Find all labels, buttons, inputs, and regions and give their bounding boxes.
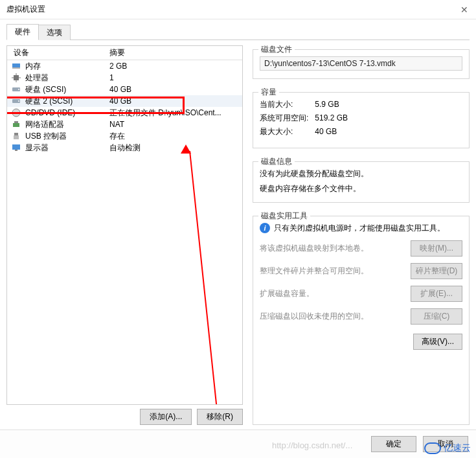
usb-icon bbox=[7, 131, 25, 141]
svg-rect-2 bbox=[14, 75, 19, 80]
list-row-network[interactable]: 网络适配器 NAT bbox=[7, 119, 242, 130]
cap-current-value: 5.9 GB bbox=[315, 100, 339, 109]
row-summary: NAT bbox=[107, 120, 242, 129]
add-button[interactable]: 添加(A)... bbox=[140, 409, 192, 425]
disk-file-input[interactable]: D:\yun\centos7-13\CentOS 7-13.vmdk bbox=[260, 56, 462, 71]
svg-point-12 bbox=[16, 112, 17, 114]
list-row-display[interactable]: 显示器 自动检测 bbox=[7, 142, 242, 154]
group-title-disk-info: 磁盘信息 bbox=[258, 156, 295, 167]
map-button[interactable]: 映射(M)... bbox=[411, 240, 462, 257]
group-capacity: 容量 当前大小: 5.9 GB 系统可用空间: 519.2 GB 最大大小: 4… bbox=[253, 92, 470, 148]
row-name: 硬盘 (SCSI) bbox=[25, 84, 107, 95]
left-button-bar: 添加(A)... 移除(R) bbox=[6, 409, 243, 425]
cap-free-value: 519.2 GB bbox=[315, 113, 348, 122]
window-title: 虚拟机设置 bbox=[6, 4, 45, 15]
util-map-text: 将该虚拟机磁盘映射到本地卷。 bbox=[260, 243, 411, 254]
capacity-max: 最大大小: 40 GB bbox=[260, 126, 462, 137]
util-row-compact: 压缩磁盘以回收未使用的空间。 压缩(C) bbox=[260, 308, 462, 325]
content-area: 设备 摘要 内存 2 GB 处理器 bbox=[6, 40, 470, 425]
disk-info-line2: 硬盘内容存储在多个文件中。 bbox=[260, 183, 462, 194]
util-row-expand: 扩展磁盘容量。 扩展(E)... bbox=[260, 286, 462, 302]
util-row-defrag: 整理文件碎片并整合可用空间。 碎片整理(D) bbox=[260, 263, 462, 279]
advanced-button[interactable]: 高级(V)... bbox=[413, 334, 462, 350]
header-summary[interactable]: 摘要 bbox=[107, 47, 242, 58]
annotation-arrow-line bbox=[189, 151, 221, 405]
row-name: 网络适配器 bbox=[25, 119, 107, 130]
list-row-usb[interactable]: USB 控制器 存在 bbox=[7, 130, 242, 142]
util-row-map: 将该虚拟机磁盘映射到本地卷。 映射(M)... bbox=[260, 240, 462, 257]
list-row-cddvd[interactable]: CD/DVD (IDE) 正在使用文件 D:\yun\ISO\Cent... bbox=[7, 107, 242, 119]
capacity-free: 系统可用空间: 519.2 GB bbox=[260, 113, 462, 124]
ok-button[interactable]: 确定 bbox=[371, 436, 416, 452]
cancel-button[interactable]: 取消 bbox=[423, 436, 468, 452]
cap-max-value: 40 GB bbox=[315, 127, 337, 136]
dialog-body: 硬件 选项 设备 摘要 内存 2 GB bbox=[0, 19, 476, 425]
disk-icon bbox=[7, 96, 25, 106]
svg-rect-13 bbox=[13, 123, 19, 127]
group-title-capacity: 容量 bbox=[258, 87, 279, 98]
row-summary: 2 GB bbox=[107, 62, 242, 71]
row-name: 处理器 bbox=[25, 73, 107, 84]
display-icon bbox=[7, 143, 25, 153]
row-name: 内存 bbox=[25, 61, 107, 72]
footer-bar: 确定 取消 bbox=[0, 429, 476, 458]
svg-rect-16 bbox=[14, 135, 19, 139]
util-compact-text: 压缩磁盘以回收未使用的空间。 bbox=[260, 311, 411, 322]
device-list: 设备 摘要 内存 2 GB 处理器 bbox=[6, 45, 243, 405]
svg-point-10 bbox=[18, 100, 19, 102]
row-summary: 1 bbox=[107, 73, 242, 82]
util-defrag-text: 整理文件碎片并整合可用空间。 bbox=[260, 266, 411, 277]
list-header: 设备 摘要 bbox=[7, 46, 242, 60]
list-row-disk1[interactable]: 硬盘 (SCSI) 40 GB bbox=[7, 84, 242, 95]
svg-rect-1 bbox=[12, 67, 20, 69]
cd-icon bbox=[7, 108, 25, 118]
utilities-hint: i 只有关闭虚拟机电源时，才能使用磁盘实用工具。 bbox=[260, 223, 462, 234]
utilities-hint-text: 只有关闭虚拟机电源时，才能使用磁盘实用工具。 bbox=[274, 223, 445, 234]
list-row-disk2[interactable]: 硬盘 2 (SCSI) 40 GB bbox=[7, 95, 242, 107]
advanced-row: 高级(V)... bbox=[260, 334, 462, 350]
group-disk-file: 磁盘文件 D:\yun\centos7-13\CentOS 7-13.vmdk bbox=[253, 49, 470, 79]
compact-button[interactable]: 压缩(C) bbox=[411, 308, 462, 325]
cap-free-label: 系统可用空间: bbox=[260, 113, 313, 124]
row-summary: 自动检测 bbox=[107, 143, 242, 154]
capacity-current: 当前大小: 5.9 GB bbox=[260, 99, 462, 110]
group-title-utilities: 磁盘实用工具 bbox=[258, 211, 310, 222]
left-pane: 设备 摘要 内存 2 GB 处理器 bbox=[6, 45, 243, 425]
group-disk-utilities: 磁盘实用工具 i 只有关闭虚拟机电源时，才能使用磁盘实用工具。 将该虚拟机磁盘映… bbox=[253, 216, 470, 425]
cpu-icon bbox=[7, 73, 25, 83]
close-icon[interactable]: ✕ bbox=[458, 3, 471, 16]
row-summary: 正在使用文件 D:\yun\ISO\Cent... bbox=[107, 108, 242, 119]
group-disk-info: 磁盘信息 没有为此硬盘预分配磁盘空间。 硬盘内容存储在多个文件中。 bbox=[253, 161, 470, 203]
svg-rect-14 bbox=[14, 121, 18, 123]
titlebar: 虚拟机设置 ✕ bbox=[0, 0, 476, 19]
row-summary: 40 GB bbox=[107, 97, 242, 106]
tab-hardware[interactable]: 硬件 bbox=[6, 24, 39, 40]
list-row-memory[interactable]: 内存 2 GB bbox=[7, 60, 242, 72]
row-summary: 40 GB bbox=[107, 85, 242, 94]
header-device[interactable]: 设备 bbox=[7, 47, 107, 58]
row-summary: 存在 bbox=[107, 131, 242, 142]
svg-rect-15 bbox=[14, 133, 18, 135]
cap-max-label: 最大大小: bbox=[260, 126, 313, 137]
tab-options[interactable]: 选项 bbox=[38, 25, 71, 40]
list-row-cpu[interactable]: 处理器 1 bbox=[7, 72, 242, 84]
row-name: 显示器 bbox=[25, 143, 107, 154]
row-name: 硬盘 2 (SCSI) bbox=[25, 96, 107, 107]
tab-strip: 硬件 选项 bbox=[6, 25, 470, 40]
disk-icon bbox=[7, 84, 25, 95]
util-expand-text: 扩展磁盘容量。 bbox=[260, 288, 411, 299]
row-name: USB 控制器 bbox=[25, 131, 107, 142]
svg-rect-18 bbox=[15, 150, 17, 151]
memory-icon bbox=[7, 61, 25, 71]
remove-button[interactable]: 移除(R) bbox=[197, 409, 243, 425]
svg-rect-17 bbox=[12, 144, 20, 150]
expand-button[interactable]: 扩展(E)... bbox=[411, 286, 462, 302]
group-title-disk-file: 磁盘文件 bbox=[258, 44, 295, 55]
info-icon: i bbox=[260, 223, 270, 233]
row-name: CD/DVD (IDE) bbox=[25, 108, 107, 117]
svg-point-8 bbox=[18, 89, 19, 90]
list-body: 内存 2 GB 处理器 1 硬盘 (SCSI) bbox=[7, 60, 242, 154]
defrag-button[interactable]: 碎片整理(D) bbox=[411, 263, 462, 279]
disk-info-line1: 没有为此硬盘预分配磁盘空间。 bbox=[260, 168, 462, 179]
cap-current-label: 当前大小: bbox=[260, 99, 313, 110]
